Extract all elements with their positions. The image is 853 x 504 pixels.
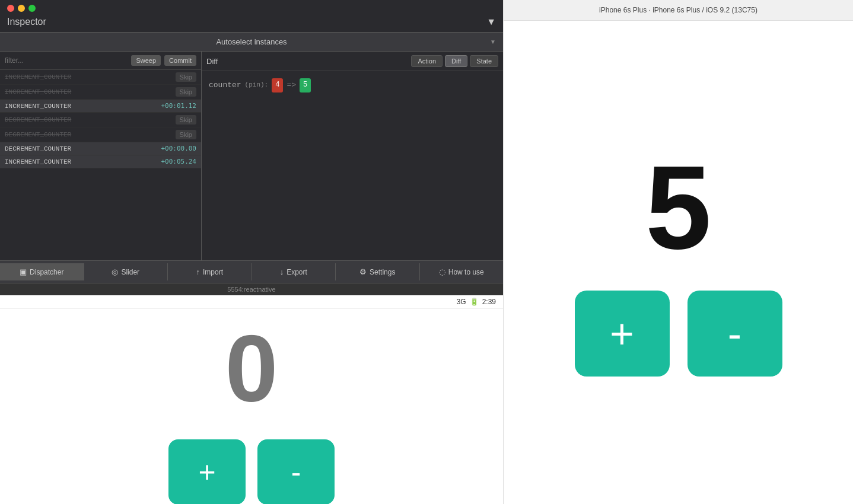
emulator-button-row: + - (168, 439, 335, 504)
action-item[interactable]: INCREMENT_COUNTERSkip (0, 70, 201, 85)
action-item[interactable]: DECREMENT_COUNTER+00:00.00 (0, 142, 201, 155)
action-item[interactable]: INCREMENT_COUNTER+00:01.12 (0, 100, 201, 113)
phone-statusbar: 3G 🔋 2:39 (0, 295, 503, 309)
battery-icon: 🔋 (470, 298, 479, 306)
phone-content: 0 + - (0, 309, 503, 504)
diff-arrow: => (287, 78, 296, 92)
commit-button[interactable]: Commit (164, 55, 196, 66)
action-time: +00:05.24 (161, 158, 196, 165)
traffic-light-yellow[interactable] (18, 5, 25, 12)
inspector-title: Inspector (7, 17, 46, 27)
action-name: INCREMENT_COUNTER (5, 74, 71, 81)
action-item[interactable]: DECREMENT_COUNTERSkip (0, 113, 201, 127)
diff-panel: Diff ActionDiffState counter (pin): 4 =>… (202, 52, 503, 260)
settings-icon: ⚙ (359, 267, 367, 276)
action-time: +00:00.00 (161, 145, 196, 152)
diff-key: counter (209, 78, 241, 92)
emulator-area: 3G 🔋 2:39 0 + - (0, 295, 503, 504)
skip-button[interactable]: Skip (176, 130, 196, 139)
toolbar-container: ▣Dispatcher◎Slider↑Import↓Export⚙Setting… (0, 263, 503, 280)
export-icon: ↓ (280, 267, 284, 276)
bottom-toolbar: ▣Dispatcher◎Slider↑Import↓Export⚙Setting… (0, 260, 503, 283)
skip-button[interactable]: Skip (176, 72, 196, 82)
how-to-use-icon: ◌ (439, 267, 445, 276)
diff-pin: (pin): (245, 79, 269, 91)
diff-tabs: Diff ActionDiffState (202, 52, 503, 71)
autoselect-title: Autoselect instances (9, 37, 494, 46)
action-item[interactable]: INCREMENT_COUNTERSkip (0, 85, 201, 100)
import-icon: ↑ (196, 267, 200, 276)
emulator-plus-button[interactable]: + (168, 439, 246, 504)
right-topbar: iPhone 6s Plus · iPhone 6s Plus / iOS 9.… (504, 0, 853, 21)
main-counter: 5 (645, 148, 711, 267)
tab-action[interactable]: Action (411, 55, 443, 67)
action-time: +00:01.12 (161, 102, 196, 110)
inspector-body: Sweep Commit INCREMENT_COUNTERSkipINCREM… (0, 52, 503, 260)
diff-label: Diff (206, 57, 408, 66)
tab-state[interactable]: State (470, 55, 498, 67)
left-panel: Inspector ▼ Autoselect instances ▼ Sweep… (0, 0, 503, 504)
main-plus-button[interactable]: + (575, 291, 670, 377)
right-panel: iPhone 6s Plus · iPhone 6s Plus / iOS 9.… (503, 0, 853, 504)
diff-line: counter (pin): 4 => 5 (209, 78, 496, 92)
action-item[interactable]: INCREMENT_COUNTER+00:05.24 (0, 155, 201, 168)
autoselect-dropdown-icon[interactable]: ▼ (490, 39, 496, 45)
traffic-lights (0, 0, 503, 14)
status-bar: 5554:reactnative (0, 283, 503, 295)
slider-icon: ◎ (112, 267, 118, 276)
slider-label: Slider (121, 268, 139, 276)
signal-icon: 3G (457, 298, 466, 306)
inspector-dropdown-icon[interactable]: ▼ (486, 17, 496, 27)
right-title: iPhone 6s Plus · iPhone 6s Plus / iOS 9.… (513, 6, 844, 14)
settings-label: Settings (370, 268, 395, 276)
toolbar-btn-how-to-use[interactable]: ◌How to use (420, 263, 504, 280)
diff-content: counter (pin): 4 => 5 (202, 71, 503, 260)
action-name: INCREMENT_COUNTER (5, 103, 71, 110)
diff-old-value: 4 (272, 78, 283, 92)
tabs-container: ActionDiffState (411, 55, 498, 67)
action-list: Sweep Commit INCREMENT_COUNTERSkipINCREM… (0, 52, 202, 260)
diff-new-value: 5 (300, 78, 311, 92)
import-label: Import (203, 268, 223, 276)
how-to-use-label: How to use (448, 268, 484, 276)
action-item[interactable]: DECREMENT_COUNTERSkip (0, 127, 201, 142)
right-content: 5 + - (504, 21, 853, 504)
skip-button[interactable]: Skip (176, 87, 196, 97)
dispatcher-label: Dispatcher (30, 268, 63, 276)
filter-input[interactable] (5, 56, 128, 65)
toolbar-btn-dispatcher[interactable]: ▣Dispatcher (0, 263, 84, 280)
traffic-light-red[interactable] (7, 5, 14, 12)
autoselect-header: Autoselect instances ▼ (0, 32, 503, 52)
toolbar-btn-import[interactable]: ↑Import (168, 263, 252, 280)
skip-button[interactable]: Skip (176, 115, 196, 125)
action-name: DECREMENT_COUNTER (5, 116, 71, 123)
toolbar-btn-export[interactable]: ↓Export (252, 263, 336, 280)
main-minus-button[interactable]: - (688, 291, 782, 377)
action-name: INCREMENT_COUNTER (5, 88, 71, 95)
action-name: DECREMENT_COUNTER (5, 145, 71, 152)
sweep-button[interactable]: Sweep (131, 55, 161, 66)
dispatcher-icon: ▣ (20, 267, 27, 276)
inspector-header: Inspector ▼ (0, 14, 503, 32)
main-button-row: + - (575, 291, 782, 377)
emulator-counter: 0 (225, 321, 278, 416)
actions-container: INCREMENT_COUNTERSkipINCREMENT_COUNTERSk… (0, 70, 201, 168)
traffic-light-green[interactable] (28, 5, 36, 12)
tab-diff[interactable]: Diff (445, 55, 467, 67)
toolbar-btn-settings[interactable]: ⚙Settings (336, 263, 420, 280)
action-name: INCREMENT_COUNTER (5, 158, 71, 165)
export-label: Export (287, 268, 307, 276)
toolbar-btn-slider[interactable]: ◎Slider (84, 263, 168, 280)
emulator-minus-button[interactable]: - (257, 439, 335, 504)
action-name: DECREMENT_COUNTER (5, 131, 71, 138)
phone-time: 2:39 (482, 298, 496, 306)
filter-bar: Sweep Commit (0, 52, 201, 70)
